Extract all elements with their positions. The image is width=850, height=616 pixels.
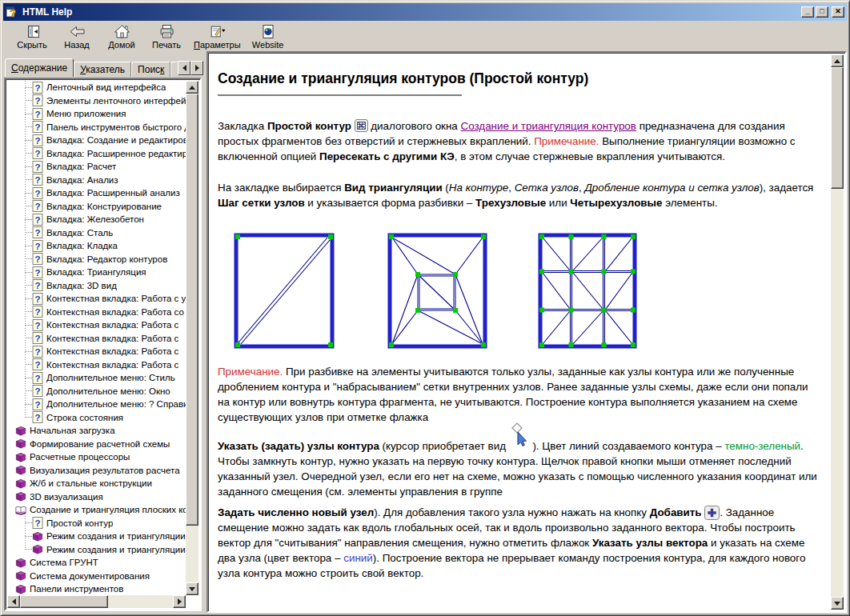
- tree-item[interactable]: ?Вкладка: Анализ: [7, 174, 186, 187]
- tree-item[interactable]: Формирование расчетной схемы: [7, 438, 186, 451]
- toolbar-button-website[interactable]: Website: [246, 23, 291, 51]
- scroll-down-button[interactable]: [831, 597, 844, 610]
- tree-item[interactable]: ?Вкладка: Редактор контуров: [7, 253, 186, 266]
- tab-contents[interactable]: Содержание: [5, 58, 74, 77]
- tree-item[interactable]: ?Вкладка: Железобетон: [7, 213, 186, 226]
- scroll-right-button[interactable]: [173, 595, 186, 608]
- tree-item[interactable]: ?Вкладка: Кладка: [7, 239, 186, 253]
- tree-item[interactable]: ?Меню приложения: [7, 107, 186, 121]
- tree-item[interactable]: ?Вкладка: 3D вид: [7, 279, 186, 293]
- tree-connector: [25, 232, 32, 233]
- tree-item[interactable]: ?Вкладка: Расширенное редактиро: [7, 147, 186, 161]
- back-icon: [69, 24, 86, 39]
- svg-text:?: ?: [34, 334, 40, 343]
- tree-item[interactable]: ?Дополнительное меню: ? Справк: [7, 398, 186, 411]
- tree-item[interactable]: ?Вкладка: Расширенный анализ: [7, 186, 186, 200]
- tree-item-label: Контекстная вкладка: Работа с: [46, 360, 178, 370]
- title-bar[interactable]: ? HTML Help _□✕: [3, 3, 847, 21]
- scroll-up-button[interactable]: [186, 81, 198, 94]
- toolbar-button-hide[interactable]: Скрыть: [10, 23, 54, 51]
- tree-item[interactable]: Режим создания и триангуляции: [7, 530, 186, 543]
- toolbar-button-options[interactable]: Параметры: [189, 23, 246, 51]
- tree-item[interactable]: Расчетные процессоры: [7, 450, 186, 464]
- tree-item[interactable]: ?Вкладка: Расчет: [7, 160, 186, 174]
- tree-item[interactable]: Режим создания и триангуляции: [7, 543, 186, 557]
- minimize-button[interactable]: _: [801, 6, 814, 18]
- tree-item[interactable]: Начальная загрузка: [7, 424, 186, 438]
- tree-item[interactable]: ?Строка состояния: [7, 411, 186, 425]
- left-arrow-icon: [12, 598, 16, 605]
- tab-scroll-right-button[interactable]: [190, 61, 203, 75]
- content-scrollbar-thumb[interactable]: [831, 67, 844, 189]
- link-create-triangulate-contours[interactable]: Создание и триангуляция контуров: [461, 120, 636, 132]
- tree-item-label: Вкладка: 3D вид: [46, 281, 117, 290]
- tree-item[interactable]: ?Контекстная вкладка: Работа с у: [7, 292, 186, 306]
- tree-item[interactable]: ?Дополнительное меню: Окно: [7, 385, 186, 398]
- text-run: Добавить: [650, 506, 705, 518]
- figure-triangulation-node-grid: [387, 233, 487, 349]
- tree-item[interactable]: ?Элементы ленточного интерфейс: [7, 94, 186, 108]
- svg-text:?: ?: [34, 267, 40, 277]
- tree-item[interactable]: Панели инструментов: [7, 582, 186, 595]
- tree-item[interactable]: ?Ленточный вид интерфейса: [7, 81, 186, 94]
- tree-item[interactable]: Система документирования: [7, 570, 186, 583]
- text-run: или: [546, 197, 570, 209]
- tree-scrollbar-thumb[interactable]: [186, 94, 198, 526]
- toolbar-button-home[interactable]: Домой: [99, 23, 144, 51]
- text-run: элементы.: [662, 197, 717, 209]
- tree-item[interactable]: ?Контекстная вкладка: Работа с: [7, 318, 186, 332]
- tree-vertical-scrollbar[interactable]: [186, 81, 198, 595]
- tree-connector: [25, 351, 32, 352]
- scroll-left-button[interactable]: [7, 595, 20, 608]
- tree-item[interactable]: ?Вкладка: Создание и редактирова: [7, 134, 186, 147]
- tree-item[interactable]: ?Контекстная вкладка: Работа с: [7, 358, 186, 372]
- scroll-down-button[interactable]: [186, 582, 198, 595]
- tree-horizontal-scrollbar[interactable]: [7, 595, 186, 608]
- tree-item[interactable]: ?Контекстная вкладка: Работа со: [7, 306, 186, 319]
- toolbar-button-print[interactable]: Печать: [144, 23, 189, 51]
- maximize-button[interactable]: □: [816, 6, 828, 18]
- svg-text:?: ?: [34, 413, 40, 422]
- tree-item-label: Начальная загрузка: [30, 426, 115, 435]
- content-vertical-scrollbar[interactable]: [831, 54, 844, 610]
- tree-item-label: Вкладка: Кладка: [46, 241, 118, 250]
- tree-connector: [25, 206, 32, 206]
- tree-item[interactable]: ?Контекстная вкладка: Работа с: [7, 332, 186, 346]
- toolbar-button-label: Параметры: [194, 40, 241, 50]
- tab-index[interactable]: Указатель: [74, 62, 131, 77]
- grid-button-icon: [355, 120, 368, 132]
- tree-item[interactable]: ?Простой контур: [7, 517, 186, 530]
- tree-item[interactable]: ?Вкладка: Сталь: [7, 226, 186, 240]
- tree-item[interactable]: 3D визуализация: [7, 490, 186, 504]
- tab-scroll-left-button[interactable]: [178, 61, 190, 75]
- tree-item[interactable]: Визуализация результатов расчета: [7, 464, 186, 478]
- tree-item[interactable]: ?Дополнительное меню: Стиль: [7, 371, 186, 385]
- tree-connector: [25, 179, 32, 180]
- svg-text:?: ?: [34, 162, 40, 171]
- note-label: Примечание.: [534, 135, 599, 147]
- tree-item[interactable]: ?Контекстная вкладка: Работа с: [7, 345, 186, 358]
- tree-item[interactable]: ?Панель инструментов быстрого до: [7, 121, 186, 134]
- tab-search[interactable]: Поиск: [131, 62, 170, 77]
- tree-item[interactable]: Создание и триангуляция плоских ко: [7, 503, 186, 517]
- close-button[interactable]: ✕: [832, 6, 844, 18]
- tree-item-label: Меню приложения: [46, 109, 126, 118]
- tree-connector: [25, 404, 32, 405]
- toolbar-button-back[interactable]: Назад: [54, 23, 99, 51]
- tab-favorites[interactable]: Изб: [170, 62, 177, 77]
- tree-item[interactable]: Ж/б и стальные конструкции: [7, 477, 186, 490]
- tree-connector: [25, 536, 32, 537]
- tree-connector: [25, 272, 32, 273]
- text-run: На контуре: [449, 182, 508, 194]
- tree-scrollbar-thumb-horizontal[interactable]: [20, 595, 108, 608]
- svg-text:?: ?: [34, 122, 40, 132]
- tree-item[interactable]: ?Вкладка: Триангуляция: [7, 266, 186, 279]
- scroll-up-button[interactable]: [831, 54, 844, 67]
- paragraph-specify-contour-nodes: Указать (задать) узлы контура (курсор пр…: [218, 438, 819, 499]
- tree-item[interactable]: Система ГРУНТ: [7, 556, 186, 570]
- help-page-icon: ?: [32, 82, 43, 94]
- tree-item[interactable]: ?Вкладка: Конструирование: [7, 200, 186, 214]
- tree-connector: [25, 417, 32, 418]
- tree-connector-line: [25, 81, 26, 417]
- help-page-icon: ?: [32, 517, 43, 529]
